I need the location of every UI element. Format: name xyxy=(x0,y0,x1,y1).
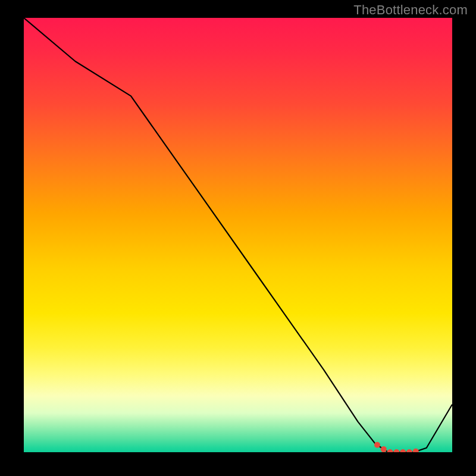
recommended-marker xyxy=(387,449,393,452)
attribution-text: TheBottleneck.com xyxy=(353,2,468,18)
recommended-marker xyxy=(374,442,380,448)
recommended-marker xyxy=(406,449,412,452)
recommended-marker xyxy=(381,446,387,452)
curve-svg xyxy=(24,18,452,452)
chart-container: TheBottleneck.com xyxy=(0,0,476,476)
recommended-marker xyxy=(413,449,419,452)
recommended-marker xyxy=(400,449,406,452)
bottleneck-curve xyxy=(24,18,452,452)
recommended-marker xyxy=(393,449,399,452)
plot-area xyxy=(24,18,452,452)
